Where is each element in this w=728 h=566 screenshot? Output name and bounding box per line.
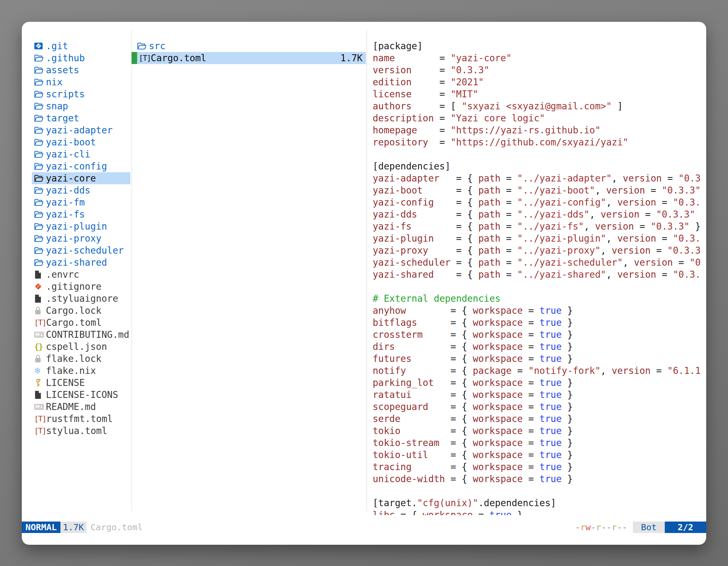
dir-entry-yazi-dds[interactable]: yazi-dds — [32, 184, 130, 196]
preview-line: crossterm = { workspace = true } — [373, 328, 701, 340]
syntax-token: "notify-fork" — [528, 365, 600, 376]
entry-label: .github — [46, 53, 85, 64]
dir-entry-.git[interactable]: .git — [32, 40, 130, 52]
preview-line: libc = { workspace = true } — [373, 509, 701, 515]
syntax-token: = { — [456, 197, 478, 208]
lock-icon — [34, 354, 46, 363]
syntax-token: "0.3.3" — [450, 65, 489, 76]
preview-line: yazi-dds = { path = "../yazi-dds", versi… — [373, 208, 701, 220]
syntax-token: true — [539, 401, 562, 412]
preview-line: serde = { workspace = true } — [373, 413, 701, 425]
preview-line: version = "0.3.3" — [373, 64, 701, 76]
file-entry-cspell.json[interactable]: {}cspell.json — [32, 340, 130, 353]
syntax-token: version — [606, 185, 645, 196]
syntax-token: = { — [456, 185, 478, 196]
file-entry-CONTRIBUTING.md[interactable]: M↓CONTRIBUTING.md — [32, 328, 130, 340]
syntax-token: = — [523, 377, 539, 388]
entry-label: Cargo.toml — [46, 317, 102, 328]
dir-entry-yazi-cli[interactable]: yazi-cli — [32, 148, 130, 160]
syntax-token: = { — [450, 305, 473, 316]
syntax-token: = { — [450, 365, 473, 376]
dir-entry-yazi-fm[interactable]: yazi-fm — [32, 196, 130, 208]
markdown-icon-glyph: M↓ — [34, 404, 44, 410]
syntax-token: version — [617, 233, 656, 244]
file-entry-.envrc[interactable]: .envrc — [32, 269, 130, 281]
syntax-token: workspace — [473, 401, 523, 412]
syntax-token: } — [562, 401, 573, 412]
dir-entry-assets[interactable]: assets — [32, 64, 130, 76]
syntax-token: = — [523, 389, 539, 400]
dir-entry-yazi-config[interactable]: yazi-config — [32, 160, 130, 172]
dir-entry-yazi-boot[interactable]: yazi-boot — [32, 136, 130, 148]
dir-entry-yazi-plugin[interactable]: yazi-plugin — [32, 220, 130, 233]
syntax-token: true — [539, 449, 562, 460]
entry-label: yazi-cli — [46, 149, 90, 160]
syntax-token: package — [473, 365, 512, 376]
syntax-token: = — [501, 245, 517, 256]
syntax-token: , — [623, 257, 634, 268]
syntax-token: = — [523, 473, 539, 484]
dir-entry-src[interactable]: src — [131, 40, 366, 52]
toml-icon: [T] — [34, 414, 46, 423]
syntax-token: } — [695, 209, 701, 220]
entry-label: yazi-dds — [46, 185, 90, 196]
syntax-token: "0.3.3" — [673, 233, 701, 244]
syntax-token: = — [501, 233, 517, 244]
preview-line: scopeguard = { workspace = true } — [373, 401, 701, 413]
file-entry-.gitignore[interactable]: .gitignore — [32, 281, 130, 292]
dir-entry-yazi-proxy[interactable]: yazi-proxy — [32, 233, 130, 245]
syntax-token: true — [539, 353, 562, 364]
folder-icon — [34, 90, 46, 98]
file-entry-flake.lock[interactable]: flake.lock — [32, 353, 130, 365]
dir-entry-yazi-core[interactable]: yazi-core — [32, 172, 130, 184]
file-entry-LICENSE-ICONS[interactable]: LICENSE-ICONS — [32, 389, 130, 401]
syntax-token: , — [606, 197, 617, 208]
dir-entry-snap[interactable]: snap — [32, 100, 130, 112]
entry-label: target — [46, 113, 79, 124]
dir-entry-.github[interactable]: .github — [32, 52, 130, 64]
syntax-token: workspace — [473, 377, 523, 388]
dir-entry-nix[interactable]: nix — [32, 76, 130, 88]
entry-label: .git — [46, 41, 68, 51]
syntax-token: = — [656, 197, 673, 208]
syntax-token: } — [562, 317, 573, 328]
syntax-token: = { — [450, 437, 473, 448]
file-entry-rustfmt.toml[interactable]: [T]rustfmt.toml — [32, 413, 130, 425]
syntax-token: = — [662, 173, 678, 184]
dir-entry-target[interactable]: target — [32, 112, 130, 124]
scroll-position-badge: Bot — [633, 522, 665, 533]
file-entry-LICENSE[interactable]: LICENSE — [32, 377, 130, 389]
syntax-token: "Yazi core logic" — [450, 113, 545, 124]
syntax-token: "0.3.3" — [678, 173, 701, 184]
dir-entry-yazi-shared[interactable]: yazi-shared — [32, 257, 130, 269]
dir-entry-yazi-fs[interactable]: yazi-fs — [32, 208, 130, 220]
dir-entry-yazi-adapter[interactable]: yazi-adapter — [32, 124, 130, 136]
syntax-token: workspace — [473, 437, 523, 448]
syntax-token: = — [523, 305, 539, 316]
folder-icon — [34, 102, 46, 110]
syntax-token: true — [539, 329, 562, 340]
syntax-token: true — [539, 473, 562, 484]
dir-entry-scripts[interactable]: scripts — [32, 88, 130, 100]
file-entry-flake.nix[interactable]: ❄flake.nix — [32, 365, 130, 377]
file-entry-.styluaignore[interactable]: .styluaignore — [32, 292, 130, 304]
preview-line — [373, 485, 701, 497]
preview-line: tokio-util = { workspace = true } — [373, 449, 701, 461]
file-entry-Cargo.lock[interactable]: Cargo.lock — [32, 304, 130, 316]
file-entry-Cargo.toml[interactable]: [T]Cargo.toml — [32, 316, 130, 328]
syntax-token: } — [562, 353, 573, 364]
syntax-token: = — [439, 137, 450, 148]
syntax-token: = — [439, 89, 450, 100]
syntax-token: version — [595, 221, 634, 232]
dir-entry-yazi-scheduler[interactable]: yazi-scheduler — [32, 245, 130, 257]
syntax-token: } — [562, 413, 573, 424]
markdown-icon-glyph: M↓ — [34, 332, 44, 338]
entry-label: yazi-config — [46, 161, 107, 172]
file-entry-stylua.toml[interactable]: [T]stylua.toml — [32, 425, 130, 437]
syntax-token: true — [539, 341, 562, 352]
preview-line: yazi-fs = { path = "../yazi-fs", version… — [373, 220, 701, 233]
entry-label: rustfmt.toml — [46, 413, 113, 424]
file-entry-README.md[interactable]: M↓README.md — [32, 401, 130, 413]
file-entry-Cargo.toml[interactable]: [T]Cargo.toml1.7K — [131, 52, 366, 64]
json-icon: {} — [34, 342, 46, 351]
